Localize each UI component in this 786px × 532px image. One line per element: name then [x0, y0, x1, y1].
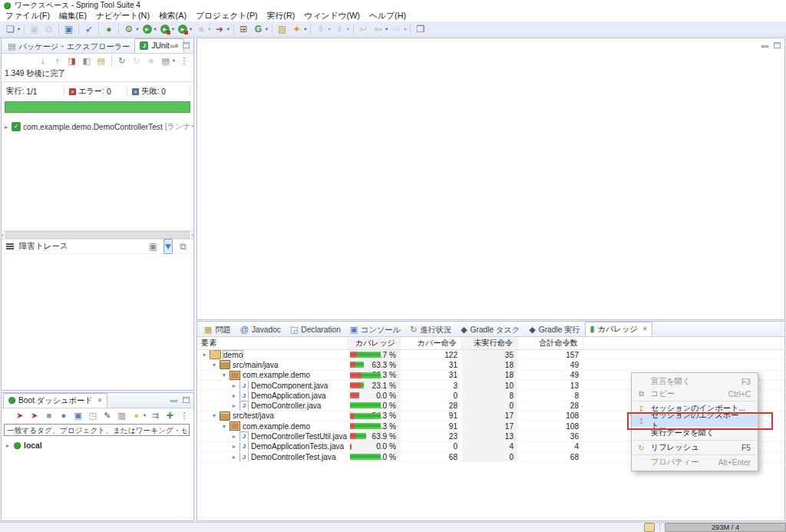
dropdown-caret-icon[interactable]: ▾ — [18, 26, 20, 32]
open-type-icon[interactable]: ▨ — [276, 22, 289, 36]
dropdown-caret-icon[interactable]: ▾ — [328, 26, 330, 32]
stop-test-icon[interactable]: ■ — [145, 54, 157, 68]
minimize-icon[interactable] — [170, 45, 177, 48]
tab-進行状況[interactable]: ↻進行状況 — [405, 323, 456, 336]
save-icon[interactable]: ▣ — [28, 22, 41, 36]
prev-failure-icon[interactable]: ↑ — [51, 54, 64, 68]
tab-Declaration[interactable]: ◲Declaration — [286, 323, 345, 336]
kebab-menu-icon[interactable]: ⋮ — [178, 408, 190, 422]
dropdown-caret-icon[interactable]: ▾ — [190, 26, 192, 32]
close-icon[interactable]: ✕ — [642, 325, 648, 332]
menu-item-[interactable]: 宣言を開くF3 — [632, 375, 758, 388]
spring-boot-icon[interactable]: ● — [102, 22, 115, 36]
stop-app-icon[interactable]: ■ — [43, 408, 55, 422]
debug-icon[interactable]: ⚙▾ — [122, 22, 139, 36]
chevron-right-icon[interactable]: ▸ — [3, 124, 9, 131]
minimize-icon[interactable] — [761, 45, 768, 48]
table-row[interactable]: ▾demo77.7 %12235157 — [197, 350, 784, 360]
dropdown-caret-icon[interactable]: ▾ — [227, 26, 230, 32]
kebab-menu-icon[interactable]: ⋮ — [178, 54, 190, 68]
open-console-icon[interactable]: ▣ — [72, 408, 84, 422]
tab-Gradle タスク[interactable]: ◆Gradle タスク — [456, 323, 524, 336]
chevron-right-icon[interactable]: ▸ — [231, 392, 237, 399]
dropdown-caret-icon[interactable]: ▾ — [144, 412, 146, 418]
rerun-failed-icon[interactable]: ↻ — [130, 54, 143, 68]
menu-item[interactable]: ファイル(F) — [2, 11, 56, 21]
pin-icon[interactable]: ➶ — [82, 22, 95, 36]
menu-item-[interactable]: ↻リフレッシュF5 — [632, 441, 758, 454]
last-edit-icon[interactable]: ↩ — [357, 22, 370, 36]
chevron-right-icon[interactable]: ▸ — [231, 402, 237, 409]
dropdown-caret-icon[interactable]: ▾ — [172, 26, 174, 32]
open-perspective-icon[interactable]: ❐ — [414, 22, 427, 36]
column-header[interactable]: カバレッジ — [348, 337, 401, 349]
dropdown-caret-icon[interactable]: ▾ — [385, 26, 388, 32]
failures-only-icon[interactable]: ◨ — [66, 54, 78, 68]
edit-icon[interactable]: ✎ — [101, 408, 114, 422]
show-skipped-icon[interactable]: ◧ — [81, 54, 93, 68]
dropdown-caret-icon[interactable]: ▾ — [404, 26, 406, 32]
tab-カバレッジ[interactable]: ▮カバレッジ✕ — [585, 322, 653, 336]
dropdown-caret-icon[interactable]: ▾ — [154, 26, 157, 32]
next-annotation-icon[interactable]: ⇟▾ — [333, 22, 350, 36]
boot-local-item[interactable]: ▸ local — [2, 438, 193, 453]
dropdown-caret-icon[interactable]: ▾ — [208, 26, 210, 32]
tab-package-explorer[interactable]: ▤ パッケージ・エクスプローラー — [3, 40, 134, 53]
chevron-down-icon[interactable]: ▾ — [221, 423, 227, 430]
menu-item-[interactable]: ⧉コピーCtrl+C — [632, 388, 758, 400]
new-java-project-icon[interactable]: ⊞ — [237, 22, 250, 36]
chevron-right-icon[interactable]: ▸ — [231, 443, 237, 450]
table-row[interactable]: ▾src/main/java63.3 %311849 — [197, 360, 784, 370]
menu-item-[interactable]: ↥セッションのエクスポート... — [632, 415, 758, 427]
column-header[interactable]: カバー命令 — [401, 337, 462, 349]
connect-icon[interactable]: ⇉ — [149, 408, 161, 422]
view-menu-icon[interactable]: ▤▾ — [160, 54, 176, 68]
relaunch-icon[interactable]: ➜▾ — [213, 22, 230, 36]
menu-item[interactable]: ヘルプ(H) — [366, 11, 412, 21]
menu-item[interactable]: ウィンドウ(W) — [301, 11, 366, 21]
prev-annotation-icon[interactable]: ⇞▾ — [314, 22, 331, 36]
chevron-right-icon[interactable]: ▸ — [5, 442, 11, 449]
chevron-right-icon[interactable]: ▸ — [231, 454, 237, 461]
rerun-test-icon[interactable]: ↻ — [116, 54, 128, 68]
scroll-left-icon[interactable]: ‹ — [2, 232, 4, 239]
forward-icon[interactable]: ⇨▾ — [390, 22, 407, 36]
dropdown-caret-icon[interactable]: ▾ — [304, 26, 306, 32]
profile-icon[interactable]: ▶▾ — [177, 22, 193, 36]
menu-item[interactable]: プロジェクト(P) — [193, 11, 264, 21]
dropdown-caret-icon[interactable]: ▾ — [266, 26, 268, 32]
add-target-icon[interactable]: ✚ — [163, 408, 176, 422]
tab-Javadoc[interactable]: @Javadoc — [236, 323, 286, 336]
tab-問題[interactable]: ▦問題 — [200, 323, 236, 336]
gradle-icon[interactable]: G▾ — [252, 22, 269, 36]
run-icon[interactable]: ▶▾ — [141, 22, 157, 36]
scroll-right-icon[interactable]: › — [191, 232, 193, 239]
menu-item-[interactable]: プロパティーAlt+Enter — [632, 456, 758, 468]
menu-item[interactable]: 実行(R) — [264, 11, 302, 21]
bulb-icon[interactable]: ●▾ — [130, 408, 147, 422]
dropdown-caret-icon[interactable]: ▾ — [173, 58, 175, 64]
column-header[interactable]: 未実行命令 — [462, 337, 518, 349]
tag-icon[interactable]: ◳ — [87, 408, 99, 422]
dropdown-caret-icon[interactable]: ▾ — [136, 26, 138, 32]
junit-test-tree-item[interactable]: ▸ ✓ com.example.demo.DemoControllerTest … — [2, 115, 193, 132]
columns-icon[interactable]: ▥ — [116, 408, 128, 422]
column-header[interactable]: 合計命令数 — [518, 337, 583, 349]
maximize-icon[interactable] — [183, 42, 190, 48]
test-history-icon[interactable]: ▤ — [95, 54, 107, 68]
open-browser-icon[interactable]: ● — [58, 408, 70, 422]
stop-icon[interactable]: ■▾ — [194, 22, 211, 36]
restart-icon[interactable]: ➤ — [14, 408, 26, 422]
chevron-right-icon[interactable]: ▸ — [231, 433, 237, 440]
close-icon[interactable]: ✕ — [97, 397, 103, 404]
search-icon[interactable]: ✦▾ — [290, 22, 307, 36]
tab-boot-dashboard[interactable]: Boot ダッシュボード ✕ — [3, 393, 107, 408]
scrollbar-thumb[interactable] — [5, 231, 190, 239]
heap-status[interactable]: 293M / 4 — [665, 523, 786, 532]
tab-コンソール[interactable]: ▣コンソール — [345, 323, 405, 336]
chevron-down-icon[interactable]: ▾ — [221, 372, 227, 378]
chevron-down-icon[interactable]: ▾ — [211, 412, 217, 419]
chevron-down-icon[interactable]: ▾ — [201, 352, 207, 359]
boot-search-input[interactable] — [4, 424, 190, 436]
maximize-icon[interactable] — [774, 42, 781, 48]
